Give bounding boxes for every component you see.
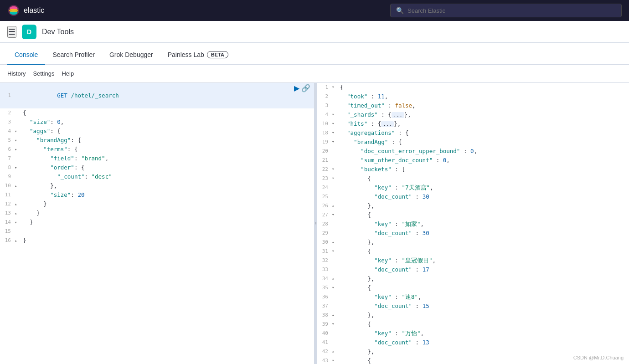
right-line-23: 23 ▾ { xyxy=(317,174,629,183)
code-line-14: 14 ▾ } xyxy=(0,218,314,227)
tab-painless-lab[interactable]: Painless Lab BETA xyxy=(160,46,236,65)
code-line-10: 10 ▴ }, xyxy=(0,181,314,190)
right-line-41: 41 "doc_count" : 13 xyxy=(317,338,629,347)
elastic-logo-icon xyxy=(7,4,20,17)
link-button[interactable]: 🔗 xyxy=(301,84,310,92)
search-icon: 🔍 xyxy=(396,7,404,14)
watermark: CSDN @Mr.D.Chuang xyxy=(573,355,624,360)
right-line-22: 22 ▾ "buckets" : [ xyxy=(317,165,629,174)
run-button[interactable]: ▶ xyxy=(294,84,299,92)
left-panel: 1 GET /hotel/_search ▶ 🔗 2 { 3 xyxy=(0,83,314,364)
right-line-19: 19 ▾ "brandAgg" : { xyxy=(317,138,629,147)
hits-badge: ... xyxy=(381,121,394,127)
tab-search-profiler[interactable]: Search Profiler xyxy=(45,46,102,65)
app-title: Dev Tools xyxy=(42,28,74,36)
right-line-40: 40 "key" : "万怡", xyxy=(317,329,629,338)
svg-point-3 xyxy=(9,9,19,12)
right-line-21: 21 "sum_other_doc_count" : 0, xyxy=(317,156,629,165)
right-line-34: 34 ▴ }, xyxy=(317,274,629,283)
toolbar: History Settings Help xyxy=(0,65,629,83)
right-line-2: 2 "took" : 11, xyxy=(317,92,629,101)
right-line-31: 31 ▾ { xyxy=(317,247,629,256)
right-line-1: 1 ▾ { xyxy=(317,83,629,92)
code-editor[interactable]: 1 GET /hotel/_search ▶ 🔗 2 { 3 xyxy=(0,83,314,364)
right-line-39: 39 ▾ { xyxy=(317,320,629,329)
right-line-20: 20 "doc_count_error_upper_bound" : 0, xyxy=(317,147,629,156)
right-line-10: 10 ▾ "hits" : {...}, xyxy=(317,119,629,128)
right-line-25: 25 "doc_count" : 30 xyxy=(317,192,629,201)
code-line-1: 1 GET /hotel/_search ▶ 🔗 xyxy=(0,83,314,108)
right-line-30: 30 ▴ }, xyxy=(317,238,629,247)
main-content: 1 GET /hotel/_search ▶ 🔗 2 { 3 xyxy=(0,83,629,364)
right-line-33: 33 "doc_count" : 17 xyxy=(317,265,629,274)
app-icon: D xyxy=(22,25,36,39)
right-line-18: 18 ▾ "aggregations" : { xyxy=(317,128,629,138)
code-line-2: 2 { xyxy=(0,108,314,118)
right-line-26: 26 ▴ }, xyxy=(317,201,629,210)
code-line-8: 8 ▾ "order": { xyxy=(0,163,314,172)
right-line-35: 35 ▾ { xyxy=(317,283,629,292)
code-line-7: 7 "field": "brand", xyxy=(0,154,314,163)
code-content-1: GET /hotel/_search xyxy=(21,83,119,108)
right-line-28: 28 "key" : "如家", xyxy=(317,220,629,229)
search-input[interactable] xyxy=(407,7,616,14)
help-button[interactable]: Help xyxy=(62,68,74,79)
elastic-logo-text: elastic xyxy=(24,6,44,15)
elastic-logo: elastic xyxy=(7,4,44,17)
code-line-9: 9 "_count": "desc" xyxy=(0,172,314,181)
right-line-24: 24 "key" : "7天酒店", xyxy=(317,183,629,192)
shards-badge: ... xyxy=(392,112,404,118)
code-line-3: 3 "size": 0, xyxy=(0,118,314,127)
right-panel[interactable]: 1 ▾ { 2 "took" : 11, 3 "timed_out" : fal… xyxy=(317,83,629,364)
right-line-37: 37 "doc_count" : 15 xyxy=(317,302,629,311)
tab-console[interactable]: Console xyxy=(7,46,45,65)
code-line-15: 15 xyxy=(0,227,314,236)
right-line-29: 29 "doc_count" : 30 xyxy=(317,229,629,238)
search-bar[interactable]: 🔍 xyxy=(390,4,622,17)
code-line-11: 11 "size": 20 xyxy=(0,190,314,200)
code-line-16: 16 ▴ } xyxy=(0,236,314,245)
code-line-5: 5 ▾ "brandAgg": { xyxy=(0,136,314,145)
run-buttons: ▶ 🔗 xyxy=(294,84,310,92)
history-button[interactable]: History xyxy=(7,68,26,79)
beta-badge: BETA xyxy=(207,51,228,58)
code-line-12: 12 ▴ } xyxy=(0,200,314,209)
app-bar: ☰ D Dev Tools xyxy=(0,21,629,43)
code-line-4: 4 ▾ "aggs": { xyxy=(0,127,314,136)
right-line-36: 36 "key" : "速8", xyxy=(317,292,629,302)
line-num-1: 1 xyxy=(0,92,15,100)
right-line-38: 38 ▴ }, xyxy=(317,311,629,320)
right-line-3: 3 "timed_out" : false, xyxy=(317,101,629,110)
tab-painless-lab-label: Painless Lab xyxy=(168,51,204,58)
right-line-4: 4 ▾ "_shards" : {...}, xyxy=(317,110,629,119)
settings-button[interactable]: Settings xyxy=(33,68,54,79)
hamburger-button[interactable]: ☰ xyxy=(7,26,16,38)
right-line-32: 32 "key" : "皇冠假日", xyxy=(317,256,629,265)
code-line-13: 13 ▴ } xyxy=(0,209,314,218)
tabs-bar: Console Search Profiler Grok Debugger Pa… xyxy=(0,43,629,65)
top-nav: elastic 🔍 xyxy=(0,0,629,21)
code-line-6: 6 ▾ "terms": { xyxy=(0,145,314,154)
right-line-27: 27 ▾ { xyxy=(317,210,629,220)
tab-grok-debugger[interactable]: Grok Debugger xyxy=(102,46,160,65)
